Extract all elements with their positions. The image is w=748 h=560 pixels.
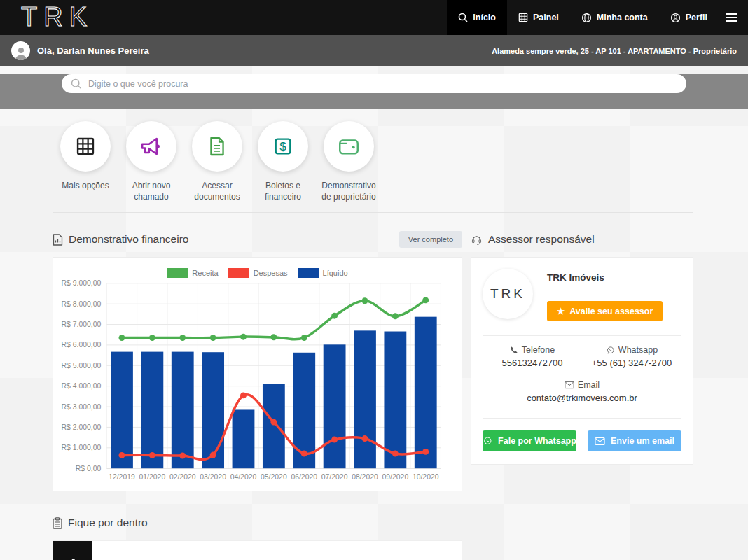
legend-item: Líquido [298,268,348,278]
hamburger-menu-icon[interactable] [719,0,748,35]
financial-section-header: Demonstrativo financeiro Ver completo [53,231,462,248]
section-title: Assessor responsável [488,233,595,246]
svg-text:$: $ [279,139,286,153]
whatsapp-label: Whatsapp [618,345,658,355]
svg-text:R$ 8.000,00: R$ 8.000,00 [62,300,102,308]
svg-text:07/2020: 07/2020 [321,473,348,481]
file-chart-icon [53,234,63,246]
svg-text:R$ 0,00: R$ 0,00 [76,465,102,472]
nav-item-label: Minha conta [597,13,648,22]
search-bar[interactable] [62,74,686,93]
quick-action-label: Demonstrativo de proprietário [316,180,382,202]
property-info: Alameda sempre verde, 25 - AP 101 - APAR… [492,47,737,55]
search-input[interactable] [88,79,677,89]
quick-action-boletos[interactable]: $ Boletos e financeiro [250,121,316,212]
svg-text:R$ 7.000,00: R$ 7.000,00 [62,321,102,328]
email-contact: Email contato@trkimoveis.com.br [483,380,681,403]
svg-text:03/2020: 03/2020 [200,473,226,481]
svg-text:05/2020: 05/2020 [261,473,287,481]
page: TRK Início Painel Minha conta [0,0,748,560]
quick-action-label: Abrir novo chamado [118,180,184,202]
advisor-logo: TRK [483,269,533,319]
svg-text:12/2019: 12/2019 [109,473,135,481]
quick-actions: Mais opções Abrir novo chamado Acessar d… [53,109,693,212]
svg-text:R$ 5.000,00: R$ 5.000,00 [62,362,102,370]
document-icon [192,121,242,172]
section-title: Fique por dentro [68,517,148,529]
headset-icon [471,234,483,246]
user-icon [670,13,681,23]
email-button-label: Envie um email [611,436,674,446]
chart-legend: ReceitaDespesasLíquido [53,268,462,278]
quick-action-mais-opcoes[interactable]: Mais opções [53,121,118,212]
legend-label: Despesas [254,269,288,277]
phone-value[interactable]: 556132472700 [483,358,582,368]
advisor-company-name: TRK Imóveis [547,272,663,283]
svg-text:R$ 3.000,00: R$ 3.000,00 [62,403,102,411]
quick-action-label: Acessar documentos [184,180,250,202]
phone-contact: Telefone 556132472700 [483,345,582,368]
email-icon [595,437,605,446]
send-email-button[interactable]: Envie um email [588,430,681,451]
section-title: Demonstrativo financeiro [69,233,188,246]
whatsapp-button[interactable]: Fale por Whatsapp [483,430,576,451]
advisor-section-header: Assessor responsável [471,231,693,248]
search-icon [458,13,468,22]
quick-action-abrir-chamado[interactable]: Abrir novo chamado [118,121,184,212]
email-value[interactable]: contato@trkimoveis.com.br [483,393,681,403]
svg-text:R$ 2.000,00: R$ 2.000,00 [62,424,102,431]
search-icon [71,78,82,90]
whatsapp-contact: Whatsapp +55 (61) 3247-2700 [582,345,681,368]
email-label: Email [578,380,600,390]
user-avatar[interactable] [11,41,30,60]
svg-text:08/2020: 08/2020 [352,473,378,481]
quick-action-acessar-documentos[interactable]: Acessar documentos [184,121,250,212]
financial-chart-card: ReceitaDespesasLíquido R$ 0,00R$ 1.000,0… [53,257,462,491]
main-content: Mais opções Abrir novo chamado Acessar d… [0,109,748,560]
whatsapp-button-label: Fale por Whatsapp [498,436,576,446]
news-section-header: Fique por dentro [53,514,462,531]
svg-text:R$ 9.000,00: R$ 9.000,00 [62,279,102,287]
svg-text:04/2020: 04/2020 [230,473,257,481]
ver-completo-button[interactable]: Ver completo [399,231,462,248]
main-nav: Início Painel Minha conta Perfil [447,0,748,35]
search-strip [0,74,748,109]
globe-icon [581,13,592,23]
app-logo[interactable]: TRK [21,0,93,35]
quick-action-label: Mais opções [53,180,118,191]
nav-item-painel[interactable]: Painel [507,0,570,35]
legend-swatch [167,268,188,278]
nav-item-perfil[interactable]: Perfil [659,0,719,35]
nav-item-inicio[interactable]: Início [447,0,507,35]
svg-text:10/2020: 10/2020 [413,473,439,481]
rate-advisor-button[interactable]: ★ Avalie seu assessor [547,301,663,321]
greeting-bar: Olá, Darlan Nunes Pereira Alameda sempre… [0,35,748,66]
thumbs-up-icon [53,541,92,560]
svg-text:R$ 4.000,00: R$ 4.000,00 [62,382,102,390]
star-icon: ★ [557,306,565,316]
legend-swatch [298,268,319,278]
grid-icon [60,121,111,172]
news-empty-row: Quando surgirem novidades, exibiremos aq… [53,540,462,560]
legend-label: Líquido [323,269,348,277]
divider [483,418,681,419]
nav-item-label: Início [473,13,496,22]
svg-text:09/2020: 09/2020 [382,473,409,481]
megaphone-icon [126,121,176,172]
whatsapp-value[interactable]: +55 (61) 3247-2700 [582,358,681,368]
legend-item: Receita [167,268,218,278]
nav-item-label: Painel [533,13,559,22]
whatsapp-icon [483,436,492,446]
nav-item-minha-conta[interactable]: Minha conta [570,0,659,35]
phone-label: Telefone [522,345,555,355]
legend-swatch [228,268,249,278]
financial-chart: R$ 0,00R$ 1.000,00R$ 2.000,00R$ 3.000,00… [53,258,462,491]
rate-advisor-label: Avalie seu assessor [569,307,653,316]
wallet-icon [324,121,374,172]
legend-label: Receita [192,269,218,277]
quick-action-demonstrativo[interactable]: Demonstrativo de proprietário [316,121,382,212]
svg-text:R$ 1.000,00: R$ 1.000,00 [62,444,102,451]
divider [483,335,681,336]
legend-item: Despesas [228,268,288,278]
grid-icon [518,13,528,22]
